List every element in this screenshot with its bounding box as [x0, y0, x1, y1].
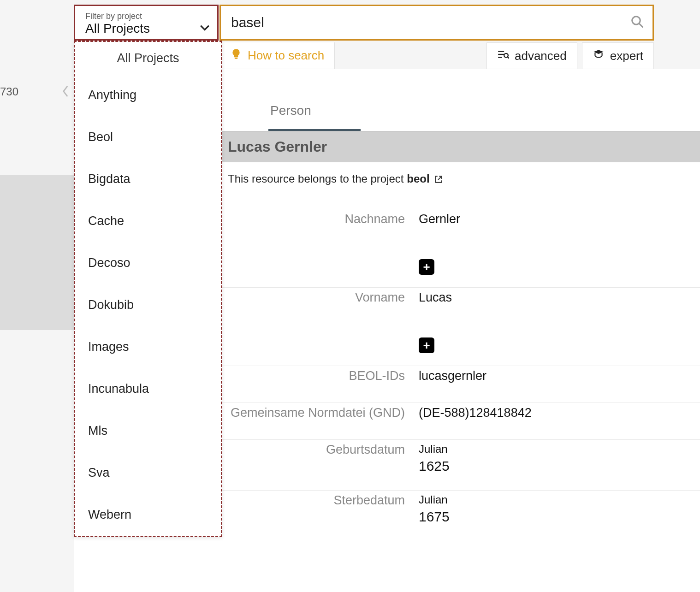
left-number: 730 — [0, 85, 23, 98]
dropdown-item[interactable]: Bigdata — [75, 158, 221, 200]
calendar-type: Julian — [419, 443, 700, 456]
prop-label: Nachname — [221, 209, 419, 246]
dropdown-item[interactable]: Anything — [75, 74, 221, 116]
lightbulb-icon — [230, 48, 242, 63]
svg-point-0 — [632, 17, 641, 25]
svg-point-6 — [504, 53, 508, 57]
prop-value: Julian 1675 — [419, 491, 700, 541]
prop-label: Geburtsdatum — [221, 440, 419, 490]
svg-rect-2 — [235, 58, 238, 59]
left-sidebar: 730 — [0, 0, 74, 592]
belongs-prefix: This resource belongs to the project — [228, 172, 407, 185]
svg-line-7 — [508, 57, 509, 58]
prop-row-nachname: Nachname Gernler — [221, 209, 700, 246]
prop-label: Gemeinsame Normdatei (GND) — [221, 403, 419, 439]
add-row: + — [221, 246, 700, 288]
prop-value: (DE-588)128418842 — [419, 403, 700, 439]
search-input[interactable] — [231, 15, 630, 30]
properties: Nachname Gernler + Vorname Lucas + BEOL-… — [221, 209, 700, 541]
prop-value: Gernler — [419, 209, 700, 246]
prop-value: Julian 1625 — [419, 440, 700, 490]
filter-label: Filter by project — [85, 12, 210, 21]
expert-search-button[interactable]: expert — [582, 42, 654, 69]
advanced-icon — [497, 48, 509, 64]
year-value: 1625 — [419, 458, 700, 474]
prop-row-gnd: Gemeinsame Normdatei (GND) (DE-588)12841… — [221, 403, 700, 440]
prop-row-beol-ids: BEOL-IDs lucasgernler — [221, 366, 700, 403]
dropdown-item[interactable]: Sva — [75, 452, 221, 494]
how-to-label: How to search — [248, 48, 324, 63]
dropdown-item[interactable]: Images — [75, 326, 221, 368]
dropdown-item[interactable]: Mls — [75, 410, 221, 452]
expert-icon — [593, 48, 605, 64]
belongs-to-project: This resource belongs to the project beo… — [221, 162, 700, 186]
prop-value: lucasgernler — [419, 366, 700, 403]
resource-title: Lucas Gernler — [221, 131, 700, 162]
collapse-chevron-icon[interactable] — [62, 85, 71, 98]
prop-label: BEOL-IDs — [221, 366, 419, 403]
project-filter[interactable]: Filter by project All Projects — [74, 5, 219, 41]
belongs-project-name[interactable]: beol — [407, 172, 429, 185]
add-row: + — [221, 325, 700, 366]
svg-line-1 — [639, 24, 643, 28]
svg-line-8 — [438, 176, 442, 180]
left-selection-block — [0, 175, 74, 330]
tabs: Person — [221, 69, 700, 131]
advanced-search-button[interactable]: advanced — [486, 42, 577, 69]
calendar-type: Julian — [419, 493, 700, 506]
filter-value: All Projects — [85, 21, 150, 36]
prop-label: Sterbedatum — [221, 491, 419, 541]
prop-label: Vorname — [221, 288, 419, 325]
dropdown-item[interactable]: Incunabula — [75, 368, 221, 410]
dropdown-header[interactable]: All Projects — [75, 42, 221, 74]
prop-row-sterbedatum: Sterbedatum Julian 1675 — [221, 491, 700, 541]
dropdown-item[interactable]: Cache — [75, 200, 221, 242]
add-value-button[interactable]: + — [419, 337, 434, 353]
how-to-search-link[interactable]: How to search — [219, 42, 335, 69]
detail-panel: Person Lucas Gernler This resource belon… — [221, 69, 700, 592]
dropdown-item[interactable]: Decoso — [75, 242, 221, 284]
open-in-new-icon[interactable] — [434, 173, 443, 186]
search-icon[interactable] — [630, 15, 644, 30]
chevron-down-icon — [200, 24, 210, 33]
advanced-label: advanced — [515, 49, 567, 63]
dropdown-item[interactable]: Dokubib — [75, 284, 221, 326]
prop-value: Lucas — [419, 288, 700, 325]
add-value-button[interactable]: + — [419, 259, 434, 275]
dropdown-item[interactable]: Beol — [75, 116, 221, 158]
search-subbar: How to search advanced expert — [219, 42, 654, 69]
year-value: 1675 — [419, 509, 700, 525]
tab-person[interactable]: Person — [268, 103, 361, 131]
search-box — [219, 5, 654, 41]
dropdown-item[interactable]: Webern — [75, 494, 221, 536]
prop-row-geburtsdatum: Geburtsdatum Julian 1625 — [221, 440, 700, 491]
expert-label: expert — [610, 49, 643, 63]
project-dropdown: All Projects Anything Beol Bigdata Cache… — [74, 41, 222, 537]
prop-row-vorname: Vorname Lucas — [221, 288, 700, 325]
